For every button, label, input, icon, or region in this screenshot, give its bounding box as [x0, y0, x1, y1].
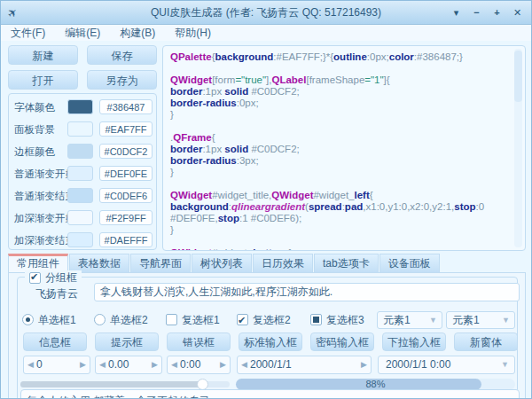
menu-item-2[interactable]: 构建(B)	[110, 26, 165, 41]
color-value-field[interactable]: #DAEFFF	[99, 232, 153, 247]
color-settings-panel: 字体颜色#386487面板背景#EAF7FF边框颜色#C0DCF2普通渐变开始#…	[8, 93, 157, 250]
code-token: :#EAF7FF;}*{	[273, 51, 333, 62]
tab-4[interactable]: 日历效果	[253, 254, 313, 272]
code-token: border	[170, 86, 202, 97]
color-swatch[interactable]	[67, 188, 93, 203]
code-scrollbar-thumb[interactable]	[514, 51, 522, 102]
dialog-button-1[interactable]: 提示框	[95, 332, 159, 351]
radio-1[interactable]: 单选框2	[94, 313, 148, 327]
code-token: #C0DCF2;	[248, 144, 300, 154]
spin-up-icon[interactable]: ▶	[220, 356, 226, 373]
code-line	[170, 236, 512, 247]
chevron-down-icon[interactable]: ▼	[501, 356, 509, 373]
demo-line-edit[interactable]: 拿人钱财替人消灾,人生江湖如此,程序江湖亦如此.	[94, 283, 520, 301]
dialog-button-5[interactable]: 下拉输入框	[382, 332, 446, 351]
tab-1[interactable]: 表格数据	[69, 254, 129, 272]
dialog-button-0[interactable]: 信息框	[23, 332, 87, 351]
code-token: bottom	[253, 247, 287, 251]
color-value-field[interactable]: #EAF7FF	[99, 121, 153, 137]
tab-6[interactable]: 设备面板	[379, 254, 440, 272]
chevron-down-icon[interactable]: ▼	[502, 312, 510, 328]
code-line: QWidget[form="true"],QLabel[frameShape="…	[170, 74, 512, 86]
qss-code-lines: QPalette{background:#EAF7FF;}*{outline:0…	[170, 51, 512, 251]
radio-0[interactable]: 单选框1	[22, 313, 76, 327]
color-value-field[interactable]: #DEF0FE	[99, 166, 153, 181]
demo-slider[interactable]	[20, 381, 230, 387]
menu-item-3[interactable]: 帮助(H)	[165, 26, 221, 41]
title-bar[interactable]: ✈ QUI皮肤生成器 (作者: 飞扬青云 QQ: 517216493) ▾−+✕	[1, 1, 531, 25]
color-swatch[interactable]	[67, 210, 93, 225]
spinbox-3[interactable]: 2000/1/1◀▶	[237, 356, 372, 374]
code-token: QLabel	[271, 74, 306, 85]
checkbox-2[interactable]: 复选框3	[310, 313, 364, 327]
code-token: {	[212, 132, 215, 143]
dialog-button-row: 信息框提示框错误框标准输入框密码输入框下拉输入框新窗体	[18, 332, 517, 351]
demo-text-edit[interactable]: 每个人的心里,都藏着一个了不起的自己.	[20, 389, 520, 399]
combobox-1[interactable]: 元素1▼	[446, 311, 515, 329]
radio-icon[interactable]	[22, 314, 34, 325]
skin-menu-button[interactable]: ▾	[446, 7, 466, 19]
dialog-button-2[interactable]: 错误框	[167, 332, 231, 351]
spinbox-1[interactable]: 0.00◀▶	[95, 356, 162, 374]
maximize-button[interactable]: +	[487, 7, 507, 18]
spin-up-icon[interactable]: ▶	[80, 356, 86, 373]
combobox-0[interactable]: 元素1▼	[377, 311, 442, 329]
tab-2[interactable]: 导航界面	[130, 254, 191, 272]
checkbox-icon[interactable]	[166, 314, 177, 325]
spin-up-icon[interactable]: ▶	[152, 356, 158, 373]
groupbox-checkbox[interactable]	[29, 272, 41, 284]
code-token: qlineargradient	[231, 201, 305, 212]
color-value-field[interactable]: #386487	[99, 99, 153, 114]
menu-item-0[interactable]: 文件(F)	[1, 26, 55, 41]
spin-down-icon[interactable]: ◀	[99, 356, 106, 373]
tab-5[interactable]: tab选项卡	[314, 254, 379, 272]
file-button-0[interactable]: 新建	[8, 45, 78, 65]
file-button-1[interactable]: 保存	[87, 45, 157, 65]
code-token: QWidget	[170, 74, 212, 85]
code-token: stop	[218, 213, 239, 223]
spinbox-0[interactable]: 0◀▶	[23, 356, 90, 374]
color-swatch[interactable]	[67, 121, 93, 137]
checkbox-icon[interactable]	[237, 314, 248, 325]
color-swatch[interactable]	[67, 144, 93, 159]
dialog-button-4[interactable]: 密码输入框	[310, 332, 374, 351]
file-button-2[interactable]: 打开	[8, 70, 78, 90]
color-swatch[interactable]	[67, 166, 93, 181]
menu-item-1[interactable]: 编辑(E)	[55, 26, 110, 41]
file-button-3[interactable]: 另存为	[87, 70, 157, 90]
code-line: QWidget#widget_bottom{	[170, 247, 512, 251]
code-line: QPalette{background:#EAF7FF;}*{outline:0…	[170, 51, 512, 63]
code-token: QWidget	[170, 190, 212, 200]
chevron-down-icon[interactable]: ▼	[429, 312, 437, 328]
spin-down-icon[interactable]: ◀	[27, 356, 34, 373]
checkbox-icon[interactable]	[310, 314, 322, 325]
datetime-combobox[interactable]: 2000/1/1 0:00▼	[378, 356, 515, 374]
minimize-button[interactable]: −	[466, 7, 487, 18]
dialog-button-3[interactable]: 标准输入框	[239, 332, 302, 351]
code-token: #C0DCF2;	[248, 86, 300, 97]
dialog-button-6[interactable]: 新窗体	[454, 332, 518, 351]
tab-3[interactable]: 树状列表	[192, 254, 252, 272]
code-token: #widget_title,	[212, 190, 271, 200]
code-scrollbar[interactable]	[514, 49, 522, 247]
spinbox-2[interactable]: 0:00◀▶	[167, 356, 231, 374]
code-token: QPalette	[170, 51, 212, 62]
color-value-field[interactable]: #F2F9FF	[99, 210, 153, 225]
spin-up-icon[interactable]: ▶	[361, 356, 367, 373]
color-swatch[interactable]	[67, 99, 93, 114]
author-label: 飞扬青云	[35, 286, 78, 301]
checkbox-1[interactable]: 复选框2	[237, 313, 291, 327]
qss-code-editor[interactable]: QPalette{background:#EAF7FF;}*{outline:0…	[162, 45, 526, 251]
code-token: {	[370, 190, 373, 200]
spin-down-icon[interactable]: ◀	[171, 356, 177, 373]
radio-icon[interactable]	[94, 314, 106, 325]
slider-fill	[20, 381, 205, 387]
color-value-field[interactable]: #C0DEF6	[99, 188, 153, 203]
checkbox-0[interactable]: 复选框1	[166, 313, 220, 327]
groupbox-legend[interactable]: 分组框	[25, 270, 82, 285]
color-swatch[interactable]	[67, 232, 93, 247]
color-value-field[interactable]: #C0DCF2	[99, 144, 153, 159]
spin-down-icon[interactable]: ◀	[241, 356, 247, 373]
code-token: background	[170, 201, 229, 212]
close-button[interactable]: ✕	[507, 7, 528, 19]
